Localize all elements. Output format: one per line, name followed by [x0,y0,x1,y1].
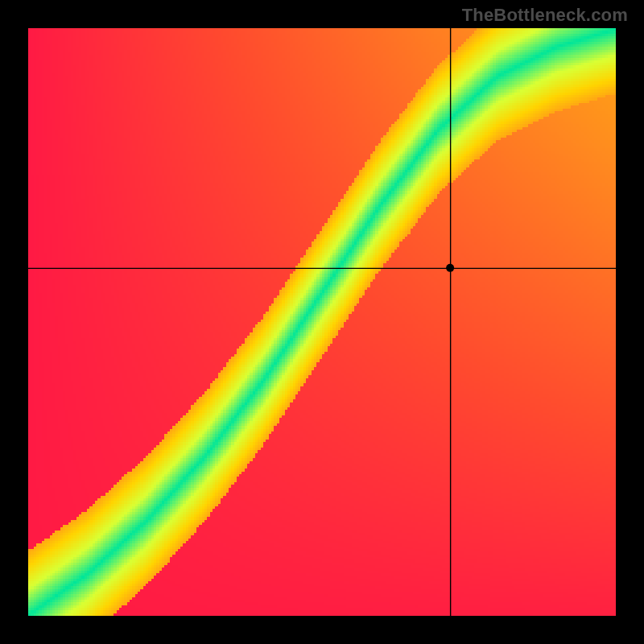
chart-stage: TheBottleneck.com [0,0,644,644]
watermark-text: TheBottleneck.com [462,5,628,26]
crosshair-overlay [28,28,616,616]
